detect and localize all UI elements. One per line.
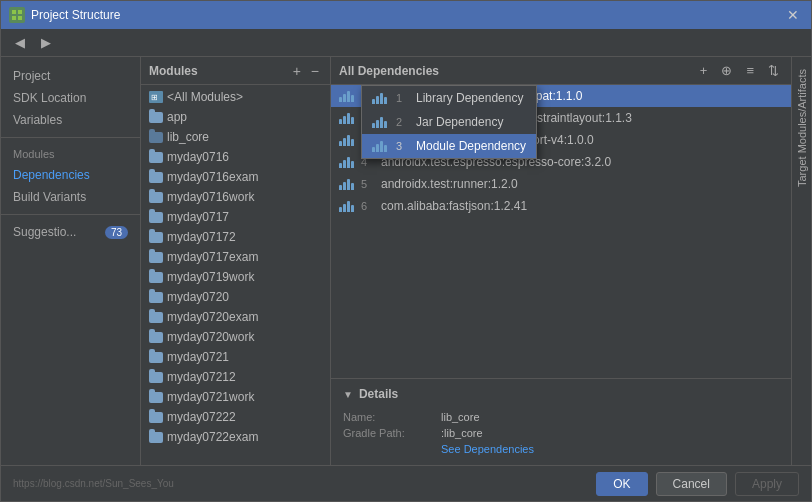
module-item-0721work[interactable]: myday0721work (141, 387, 330, 407)
module-item-0716work[interactable]: myday0716work (141, 187, 330, 207)
details-name-value: lib_core (441, 411, 480, 423)
folder-icon-12 (149, 352, 163, 363)
sidebar-item-project[interactable]: Project (1, 65, 140, 87)
details-link-row: See Dependencies (343, 441, 779, 457)
module-item-0716exam-label: myday0716exam (167, 170, 258, 184)
sidebar-item-sdk[interactable]: SDK Location (1, 87, 140, 109)
dropdown-label-module: Module Dependency (416, 139, 526, 153)
dep-bar-icon-4 (339, 178, 355, 190)
module-item-0720[interactable]: myday0720 (141, 287, 330, 307)
module-item-libcore[interactable]: lib_core (141, 127, 330, 147)
dropdown-item-module[interactable]: 3 Module Dependency (362, 134, 536, 158)
svg-rect-2 (12, 16, 16, 20)
module-item-0716[interactable]: myday0716 (141, 147, 330, 167)
modules-panel-title: Modules (149, 64, 198, 78)
module-item-07222[interactable]: myday07222 (141, 407, 330, 427)
svg-rect-3 (18, 16, 22, 20)
modules-remove-button[interactable]: − (308, 63, 322, 79)
module-item-all[interactable]: ⊞ <All Modules> (141, 87, 330, 107)
dep-num-4: 5 (361, 178, 375, 190)
modules-panel-header: Modules + − (141, 57, 330, 85)
folder-icon-16 (149, 432, 163, 443)
dropdown-num-3: 3 (396, 140, 408, 152)
cancel-button[interactable]: Cancel (656, 472, 727, 496)
apply-button[interactable]: Apply (735, 472, 799, 496)
main-content: Project SDK Location Variables Modules D… (1, 57, 811, 465)
sidebar-divider (1, 137, 140, 138)
dropdown-num-2: 2 (396, 116, 408, 128)
module-item-0721-label: myday0721 (167, 350, 229, 364)
app-icon (9, 7, 25, 23)
dep-item-5[interactable]: 6 com.alibaba:fastjson:1.2.41 (331, 195, 791, 217)
bottom-bar: https://blog.csdn.net/Sun_Sees_You OK Ca… (1, 465, 811, 501)
dropdown-num-1: 1 (396, 92, 408, 104)
sidebar-modules-label: Modules (1, 144, 140, 164)
module-list: ⊞ <All Modules> app lib_core myday (141, 85, 330, 465)
module-item-07172[interactable]: myday07172 (141, 227, 330, 247)
dep-bar-icon-5 (339, 200, 355, 212)
back-button[interactable]: ◀ (9, 33, 31, 52)
ok-button[interactable]: OK (596, 472, 647, 496)
dependencies-panel: All Dependencies + ⊕ ≡ ⇅ 1 (331, 57, 791, 465)
dropdown-bar-icon-3 (372, 140, 388, 152)
module-item-0721work-label: myday0721work (167, 390, 254, 404)
module-item-0717[interactable]: myday0717 (141, 207, 330, 227)
module-item-07212[interactable]: myday07212 (141, 367, 330, 387)
details-header[interactable]: ▼ Details (343, 387, 779, 401)
sidebar-item-variables[interactable]: Variables (1, 109, 140, 131)
left-sidebar: Project SDK Location Variables Modules D… (1, 57, 141, 465)
panels: Modules + − ⊞ <All Modules> (141, 57, 811, 465)
dep-sort-button[interactable]: ≡ (742, 61, 758, 80)
dropdown-item-jar[interactable]: 2 Jar Dependency (362, 110, 536, 134)
folder-icon-8 (149, 272, 163, 283)
dep-panel-title: All Dependencies (339, 64, 690, 78)
details-title: Details (359, 387, 398, 401)
right-tab-targets[interactable]: Target Modules/Artifacts (793, 61, 811, 195)
details-name-label: Name: (343, 411, 433, 423)
all-modules-icon: ⊞ (149, 91, 163, 103)
close-button[interactable]: ✕ (783, 5, 803, 25)
module-item-0717exam[interactable]: myday0717exam (141, 247, 330, 267)
module-item-all-label: <All Modules> (167, 90, 243, 104)
dropdown-bar-icon-1 (372, 92, 388, 104)
module-item-0716work-label: myday0716work (167, 190, 254, 204)
sidebar-item-build-variants[interactable]: Build Variants (1, 186, 140, 208)
title-bar: Project Structure ✕ (1, 1, 811, 29)
module-item-libcore-label: lib_core (167, 130, 209, 144)
details-arrow: ▼ (343, 389, 353, 400)
module-item-0722exam[interactable]: myday0722exam (141, 427, 330, 447)
dep-filter-button[interactable]: ⇅ (764, 61, 783, 80)
right-sidebar: Target Modules/Artifacts (791, 57, 811, 465)
dep-global-button[interactable]: ⊕ (717, 61, 736, 80)
folder-icon-dark (149, 132, 163, 143)
forward-button[interactable]: ▶ (35, 33, 57, 52)
dep-panel-header: All Dependencies + ⊕ ≡ ⇅ (331, 57, 791, 85)
dropdown-item-library[interactable]: 1 Library Dependency (362, 86, 536, 110)
module-item-0720-label: myday0720 (167, 290, 229, 304)
module-item-app[interactable]: app (141, 107, 330, 127)
window-title: Project Structure (31, 8, 777, 22)
details-see-dependencies-link[interactable]: See Dependencies (441, 443, 534, 455)
sidebar-item-suggestions[interactable]: Suggestio... 73 (1, 221, 140, 243)
svg-rect-1 (18, 10, 22, 14)
folder-icon (149, 112, 163, 123)
dep-num-5: 6 (361, 200, 375, 212)
module-item-app-label: app (167, 110, 187, 124)
folder-icon-3 (149, 172, 163, 183)
dep-item-4[interactable]: 5 androidx.test:runner:1.2.0 (331, 173, 791, 195)
module-item-0719work[interactable]: myday0719work (141, 267, 330, 287)
module-item-0720work[interactable]: myday0720work (141, 327, 330, 347)
folder-icon-7 (149, 252, 163, 263)
dep-item-0[interactable]: 1 androidx.appcompat:appcompat:1.1.0 1 L… (331, 85, 791, 107)
module-item-0720exam[interactable]: myday0720exam (141, 307, 330, 327)
modules-add-button[interactable]: + (290, 63, 304, 79)
folder-icon-9 (149, 292, 163, 303)
dep-add-button[interactable]: + (696, 61, 712, 80)
module-item-0721[interactable]: myday0721 (141, 347, 330, 367)
folder-icon-4 (149, 192, 163, 203)
module-item-0720exam-label: myday0720exam (167, 310, 258, 324)
module-item-0720work-label: myday0720work (167, 330, 254, 344)
module-item-0716exam[interactable]: myday0716exam (141, 167, 330, 187)
modules-panel-actions: + − (290, 63, 322, 79)
sidebar-item-dependencies[interactable]: Dependencies (1, 164, 140, 186)
